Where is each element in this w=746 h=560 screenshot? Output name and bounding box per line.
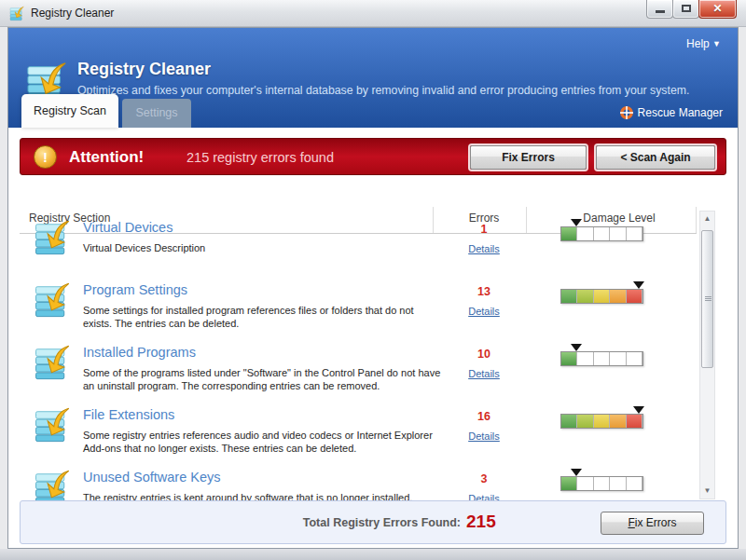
section-link[interactable]: Installed Programs xyxy=(83,345,196,360)
section-description: Some registry entries references audio a… xyxy=(83,429,442,455)
footer-fix-errors-button[interactable]: Fix Errors xyxy=(601,512,704,535)
damage-segment xyxy=(594,477,610,490)
window-content: Registry Cleaner Optimizes and fixes you… xyxy=(7,27,739,549)
table-row: Installed Programs Some of the programs … xyxy=(8,341,703,403)
attention-message: 215 registry errors found xyxy=(186,139,334,177)
damage-marker-icon xyxy=(571,219,582,232)
minimize-button[interactable] xyxy=(646,0,673,19)
window-title: Registry Cleaner xyxy=(31,0,114,26)
rescue-manager-label: Rescue Manager xyxy=(638,106,723,119)
section-link[interactable]: Program Settings xyxy=(83,282,187,297)
section-link[interactable]: Virtual Devices xyxy=(83,220,173,235)
section-description: Virtual Devices Description xyxy=(83,241,442,254)
section-link[interactable]: File Extensions xyxy=(83,407,174,422)
scrollbar-thumb[interactable] xyxy=(701,230,713,368)
rescue-manager-link[interactable]: Rescue Manager xyxy=(620,106,723,119)
lifebuoy-icon xyxy=(620,106,633,119)
damage-segment xyxy=(577,290,593,303)
damage-segment xyxy=(561,415,577,428)
total-errors-value: 215 xyxy=(466,512,496,532)
registry-section-icon xyxy=(32,343,75,382)
registry-section-icon xyxy=(32,218,75,257)
registry-section-icon xyxy=(32,280,75,320)
attention-banner: ! Attention! 215 registry errors found F… xyxy=(20,138,726,175)
minimize-icon xyxy=(656,10,665,13)
damage-segment xyxy=(610,227,626,240)
tab-registry-scan[interactable]: Registry Scan xyxy=(21,94,118,128)
section-description: Some settings for installed program refe… xyxy=(83,304,442,330)
damage-segment xyxy=(610,290,626,303)
close-icon: ✕ xyxy=(699,0,736,18)
footer-panel: Total Registry Errors Found: 215 Fix Err… xyxy=(20,500,726,544)
damage-segment xyxy=(627,477,642,490)
damage-level-bar xyxy=(560,289,643,304)
warning-icon: ! xyxy=(34,145,57,169)
fix-errors-button[interactable]: Fix Errors xyxy=(470,145,587,170)
help-menu[interactable]: Help ▼ xyxy=(686,37,721,50)
damage-marker-icon xyxy=(571,344,582,357)
scrollbar-grip-icon xyxy=(705,296,711,302)
app-header: Registry Cleaner Optimizes and fixes you… xyxy=(8,28,738,128)
details-link[interactable]: Details xyxy=(451,368,517,379)
maximize-icon xyxy=(682,5,691,12)
window-bottom-edge xyxy=(0,549,746,560)
damage-segment xyxy=(594,352,610,365)
damage-marker-icon xyxy=(633,406,644,419)
maximize-button[interactable] xyxy=(672,0,699,19)
damage-level-bar xyxy=(560,414,643,429)
section-description: Some of the programs listed under "Softw… xyxy=(83,366,442,392)
window-controls: ✕ xyxy=(647,0,737,19)
table-row: Program Settings Some settings for insta… xyxy=(8,279,703,341)
error-count: 1 xyxy=(451,223,517,236)
page-subtitle: Optimizes and fixes your computer's inte… xyxy=(77,84,689,97)
app-icon xyxy=(9,6,25,21)
damage-level-bar xyxy=(560,226,643,241)
page-title: Registry Cleaner xyxy=(77,60,211,79)
damage-segment xyxy=(561,290,577,303)
details-link[interactable]: Details xyxy=(451,306,517,317)
error-count: 10 xyxy=(451,348,517,361)
damage-segment xyxy=(594,415,610,428)
error-count: 13 xyxy=(451,285,517,298)
damage-level-bar xyxy=(560,351,643,366)
attention-title: Attention! xyxy=(69,139,144,176)
damage-segment xyxy=(610,352,626,365)
damage-segment xyxy=(594,227,610,240)
damage-segment xyxy=(610,415,626,428)
registry-cleaner-window: Registry Cleaner ✕ Registry Cleaner Opti… xyxy=(0,0,746,560)
list-scrollbar[interactable]: ▲ ▼ xyxy=(699,211,715,499)
table-row: Virtual Devices Virtual Devices Descript… xyxy=(8,216,703,279)
title-bar[interactable]: Registry Cleaner ✕ xyxy=(0,0,746,27)
details-link[interactable]: Details xyxy=(451,430,517,442)
damage-segment xyxy=(594,290,610,303)
damage-marker-icon xyxy=(633,281,644,294)
damage-segment xyxy=(627,227,642,240)
tab-settings[interactable]: Settings xyxy=(122,99,191,128)
close-button[interactable]: ✕ xyxy=(698,0,737,19)
total-errors-label: Total Registry Errors Found: xyxy=(303,516,461,529)
damage-segment xyxy=(610,477,626,490)
section-link[interactable]: Unused Software Keys xyxy=(83,470,221,485)
error-count: 3 xyxy=(451,472,517,485)
scan-again-button[interactable]: < Scan Again xyxy=(596,145,715,170)
error-count: 16 xyxy=(451,410,517,423)
damage-segment xyxy=(627,352,642,365)
registry-section-icon xyxy=(32,405,75,444)
chevron-down-icon: ▼ xyxy=(712,39,721,48)
details-link[interactable]: Details xyxy=(451,243,517,254)
damage-marker-icon xyxy=(571,469,582,482)
scroll-down-icon[interactable]: ▼ xyxy=(700,484,714,499)
damage-level-bar xyxy=(560,476,643,491)
table-row: File Extensions Some registry entries re… xyxy=(8,403,703,466)
damage-segment xyxy=(577,415,593,428)
scroll-up-icon[interactable]: ▲ xyxy=(700,212,714,226)
